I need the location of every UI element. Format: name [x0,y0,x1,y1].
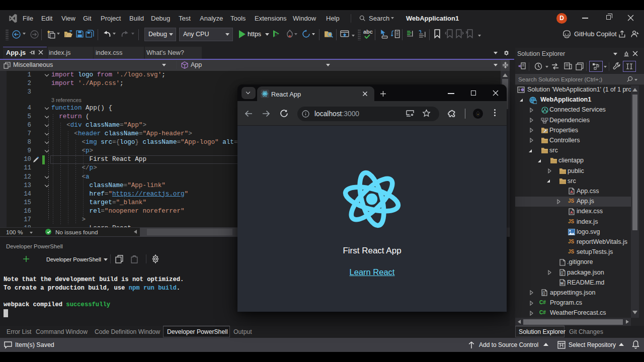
svg-text:A: A [570,210,573,215]
svg-text:{}: {} [560,270,564,276]
svg-text:{}: {} [542,291,545,296]
svg-text:M↓: M↓ [560,282,565,285]
svg-text:A: A [570,190,573,194]
